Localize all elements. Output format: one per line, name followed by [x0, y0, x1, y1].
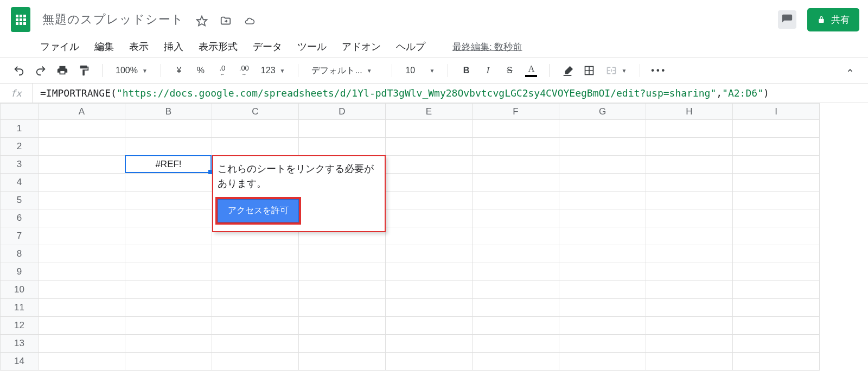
cell-A3[interactable] [39, 156, 125, 174]
cell-E8[interactable] [386, 245, 473, 263]
col-header-I[interactable]: I [733, 104, 820, 120]
borders-button[interactable] [580, 61, 598, 80]
cell-F4[interactable] [473, 174, 559, 192]
cell-C8[interactable] [212, 245, 299, 263]
col-header-H[interactable]: H [646, 104, 733, 120]
font-size-dropdown[interactable]: 10 ▼ [401, 66, 439, 75]
cell-D11[interactable] [299, 299, 386, 317]
text-color-button[interactable]: A [522, 61, 540, 80]
cell-G7[interactable] [559, 227, 646, 245]
menu-format[interactable]: 表示形式 [199, 40, 238, 53]
cell-G10[interactable] [559, 281, 646, 299]
cell-F7[interactable] [473, 227, 559, 245]
cell-F8[interactable] [473, 245, 559, 263]
cell-D13[interactable] [299, 335, 386, 353]
cell-H13[interactable] [646, 335, 733, 353]
cell-G13[interactable] [559, 335, 646, 353]
cell-D12[interactable] [299, 317, 386, 335]
cell-F1[interactable] [473, 120, 559, 138]
strikethrough-button[interactable]: S [500, 61, 519, 80]
cell-H3[interactable] [646, 156, 733, 174]
merge-cells-dropdown[interactable]: ▼ [602, 65, 631, 76]
cell-E5[interactable] [386, 192, 473, 209]
decrease-decimal-button[interactable]: .0← [213, 61, 232, 80]
cell-E7[interactable] [386, 227, 473, 245]
share-button[interactable]: 共有 [807, 8, 859, 31]
cell-B5[interactable] [125, 192, 212, 209]
row-header-11[interactable]: 11 [1, 299, 39, 317]
cell-H2[interactable] [646, 138, 733, 156]
row-header-6[interactable]: 6 [1, 209, 39, 227]
cell-B4[interactable] [125, 174, 212, 192]
cell-A13[interactable] [39, 335, 125, 353]
cell-H9[interactable] [646, 263, 733, 281]
cell-B10[interactable] [125, 281, 212, 299]
cell-E9[interactable] [386, 263, 473, 281]
cell-B12[interactable] [125, 317, 212, 335]
format-currency-button[interactable]: ¥ [170, 61, 188, 80]
number-format-dropdown[interactable]: 123 ▼ [257, 66, 290, 75]
row-header-5[interactable]: 5 [1, 192, 39, 209]
row-header-13[interactable]: 13 [1, 335, 39, 353]
cell-A4[interactable] [39, 174, 125, 192]
cell-C12[interactable] [212, 317, 299, 335]
cell-G8[interactable] [559, 245, 646, 263]
cell-I1[interactable] [733, 120, 820, 138]
row-header-8[interactable]: 8 [1, 245, 39, 263]
row-header-1[interactable]: 1 [1, 120, 39, 138]
cell-E14[interactable] [386, 353, 473, 371]
cloud-status-icon[interactable] [244, 15, 256, 27]
cell-A2[interactable] [39, 138, 125, 156]
cell-I14[interactable] [733, 353, 820, 371]
cell-B11[interactable] [125, 299, 212, 317]
cell-F12[interactable] [473, 317, 559, 335]
cell-H12[interactable] [646, 317, 733, 335]
cell-C1[interactable] [212, 120, 299, 138]
col-header-C[interactable]: C [212, 104, 299, 120]
cell-I5[interactable] [733, 192, 820, 209]
select-all-corner[interactable] [1, 104, 39, 120]
cell-H4[interactable] [646, 174, 733, 192]
cell-A14[interactable] [39, 353, 125, 371]
cell-A6[interactable] [39, 209, 125, 227]
cell-B2[interactable] [125, 138, 212, 156]
cell-F3[interactable] [473, 156, 559, 174]
row-header-10[interactable]: 10 [1, 281, 39, 299]
row-header-4[interactable]: 4 [1, 174, 39, 192]
star-icon[interactable] [196, 15, 208, 27]
cell-G1[interactable] [559, 120, 646, 138]
fill-color-button[interactable] [558, 61, 577, 80]
undo-button[interactable] [10, 61, 28, 80]
col-header-B[interactable]: B [125, 104, 212, 120]
cell-D8[interactable] [299, 245, 386, 263]
cell-A12[interactable] [39, 317, 125, 335]
paint-format-button[interactable] [75, 61, 93, 80]
cell-I8[interactable] [733, 245, 820, 263]
move-to-folder-icon[interactable] [220, 15, 232, 27]
cell-D14[interactable] [299, 353, 386, 371]
cell-F11[interactable] [473, 299, 559, 317]
cell-B7[interactable] [125, 227, 212, 245]
cell-D1[interactable] [299, 120, 386, 138]
cell-E12[interactable] [386, 317, 473, 335]
menu-file[interactable]: ファイル [40, 40, 79, 53]
cell-C9[interactable] [212, 263, 299, 281]
col-header-A[interactable]: A [39, 104, 125, 120]
cell-G11[interactable] [559, 299, 646, 317]
cell-F10[interactable] [473, 281, 559, 299]
format-percent-button[interactable]: % [192, 61, 210, 80]
cell-C11[interactable] [212, 299, 299, 317]
cell-H7[interactable] [646, 227, 733, 245]
cell-H11[interactable] [646, 299, 733, 317]
cell-A9[interactable] [39, 263, 125, 281]
cell-E3[interactable] [386, 156, 473, 174]
last-edit-link[interactable]: 最終編集: 数秒前 [452, 41, 522, 53]
cell-F6[interactable] [473, 209, 559, 227]
cell-D9[interactable] [299, 263, 386, 281]
cell-B9[interactable] [125, 263, 212, 281]
more-toolbar-button[interactable]: ••• [649, 61, 669, 80]
row-header-2[interactable]: 2 [1, 138, 39, 156]
cell-A5[interactable] [39, 192, 125, 209]
cell-G4[interactable] [559, 174, 646, 192]
cell-C13[interactable] [212, 335, 299, 353]
